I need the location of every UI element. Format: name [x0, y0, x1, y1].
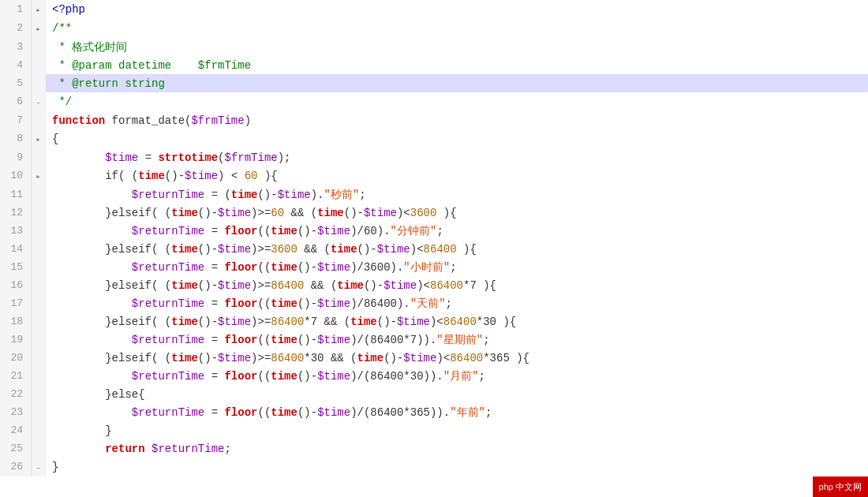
code-editor: 1▸<?php2▸/**3 * 格式化时间4 * @param datetime… [0, 0, 868, 497]
fold-gutter[interactable]: ▸ [32, 166, 46, 185]
line-number: 5 [0, 74, 32, 92]
fold-gutter[interactable] [32, 258, 46, 276]
code-line: * @return string [46, 74, 868, 92]
fold-gutter[interactable] [32, 38, 46, 56]
code-line: */ [46, 92, 868, 111]
fold-gutter[interactable] [32, 312, 46, 331]
line-number: 21 [0, 367, 32, 385]
code-line: }else{ [46, 385, 868, 403]
line-number: 4 [0, 56, 32, 74]
fold-gutter[interactable] [32, 56, 46, 74]
line-number: 24 [0, 421, 32, 439]
line-number: 23 [0, 403, 32, 421]
fold-gutter[interactable] [32, 385, 46, 403]
line-number: 6 [0, 92, 32, 111]
line-number: 13 [0, 222, 32, 240]
fold-gutter[interactable] [32, 276, 46, 294]
fold-gutter[interactable] [32, 439, 46, 458]
fold-gutter[interactable]: ▸ [32, 129, 46, 148]
code-line: * 格式化时间 [46, 38, 868, 56]
code-line: if( (time()-$time) < 60 ){ [46, 166, 868, 185]
line-number: 1 [0, 0, 32, 19]
code-line: $returnTime = floor((time()-$time)/(8640… [46, 367, 868, 385]
code-line: $time = strtotime($frmTime); [46, 148, 868, 166]
code-line: } [46, 421, 868, 439]
code-line: }elseif( (time()-$time)>=86400*7 && (tim… [46, 312, 868, 331]
line-number: 9 [0, 148, 32, 166]
code-line: $returnTime = floor((time()-$time)/(8640… [46, 403, 868, 421]
line-number: 11 [0, 185, 32, 204]
fold-gutter[interactable] [32, 349, 46, 367]
line-number: 10 [0, 166, 32, 185]
code-line: { [46, 129, 868, 148]
code-line: $returnTime = floor((time()-$time)/3600)… [46, 258, 868, 276]
fold-gutter[interactable] [32, 421, 46, 439]
fold-gutter[interactable] [32, 185, 46, 204]
code-line: $returnTime = floor((time()-$time)/60)."… [46, 222, 868, 240]
code-line: } [46, 458, 868, 476]
fold-gutter[interactable] [32, 222, 46, 240]
bottom-bar: php 中文网 [813, 476, 868, 497]
code-line: function format_date($frmTime) [46, 111, 868, 129]
bottom-bar-text: php 中文网 [819, 482, 862, 491]
fold-gutter[interactable]: - [32, 92, 46, 111]
fold-gutter[interactable]: - [32, 458, 46, 476]
code-line: $returnTime = floor((time()-$time)/86400… [46, 294, 868, 312]
line-number: 18 [0, 312, 32, 331]
code-line: /** [46, 19, 868, 38]
line-number: 16 [0, 276, 32, 294]
fold-gutter[interactable]: ▸ [32, 0, 46, 19]
line-number: 15 [0, 258, 32, 276]
fold-gutter[interactable] [32, 403, 46, 421]
line-number: 17 [0, 294, 32, 312]
code-line: }elseif( (time()-$time)>=86400*30 && (ti… [46, 349, 868, 367]
code-line: }elseif( (time()-$time)>=60 && (time()-$… [46, 204, 868, 222]
line-number: 20 [0, 349, 32, 367]
fold-gutter[interactable] [32, 74, 46, 92]
code-table: 1▸<?php2▸/**3 * 格式化时间4 * @param datetime… [0, 0, 868, 476]
fold-gutter[interactable] [32, 148, 46, 166]
fold-gutter[interactable] [32, 240, 46, 258]
fold-gutter[interactable] [32, 294, 46, 312]
line-number: 7 [0, 111, 32, 129]
code-line: }elseif( (time()-$time)>=3600 && (time()… [46, 240, 868, 258]
line-number: 26 [0, 458, 32, 476]
fold-gutter[interactable] [32, 204, 46, 222]
fold-gutter[interactable] [32, 331, 46, 349]
fold-gutter[interactable]: ▸ [32, 19, 46, 38]
line-number: 12 [0, 204, 32, 222]
fold-gutter[interactable] [32, 367, 46, 385]
code-line: * @param datetime $frmTime [46, 56, 868, 74]
line-number: 8 [0, 129, 32, 148]
code-line: $returnTime = floor((time()-$time)/(8640… [46, 331, 868, 349]
fold-gutter[interactable] [32, 111, 46, 129]
line-number: 3 [0, 38, 32, 56]
code-line: <?php [46, 0, 868, 19]
line-number: 22 [0, 385, 32, 403]
line-number: 14 [0, 240, 32, 258]
code-line: $returnTime = (time()-$time)."秒前"; [46, 185, 868, 204]
line-number: 25 [0, 439, 32, 458]
code-line: return $returnTime; [46, 439, 868, 458]
line-number: 2 [0, 19, 32, 38]
line-number: 19 [0, 331, 32, 349]
code-line: }elseif( (time()-$time)>=86400 && (time(… [46, 276, 868, 294]
